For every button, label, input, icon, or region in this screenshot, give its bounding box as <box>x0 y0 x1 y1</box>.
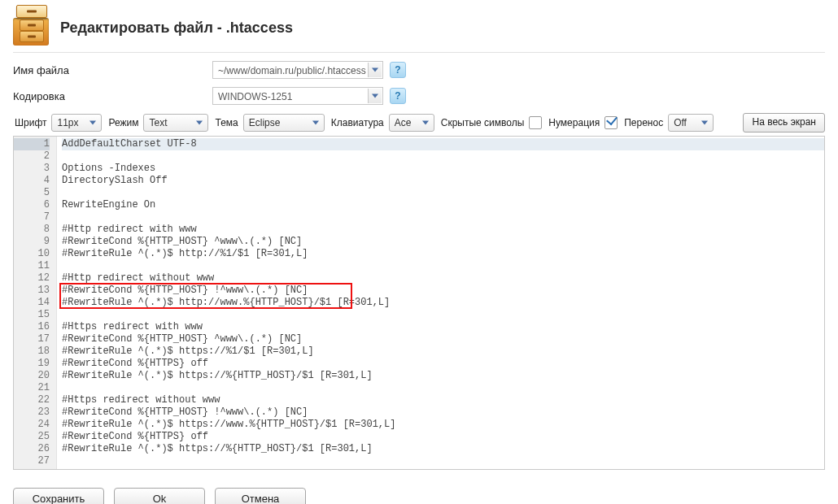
encoding-select[interactable]: WINDOWS-1251 <box>212 87 383 105</box>
code-line[interactable] <box>62 309 824 321</box>
mode-label: Режим <box>108 117 138 128</box>
code-line[interactable]: #RewriteRule ^(.*)$ https://%1/$1 [R=301… <box>62 345 824 358</box>
hidden-label: Скрытые символы <box>441 117 525 128</box>
code-line[interactable]: #RewriteCond %{HTTP_HOST} ^www\.(.*) [NC… <box>62 333 824 345</box>
save-button[interactable]: Сохранить <box>13 488 104 504</box>
code-area[interactable]: AddDefaultCharset UTF-8Options -IndexesD… <box>57 137 824 469</box>
page-title: Редактировать файл - .htaccess <box>60 20 293 37</box>
gutter-line: 10 <box>14 248 50 260</box>
filename-label: Имя файла <box>13 64 212 76</box>
code-line[interactable]: #Http redirect with www <box>62 224 824 236</box>
gutter-line: 8 <box>14 224 50 236</box>
dropdown-arrow-icon[interactable] <box>368 89 382 103</box>
gutter-line: 2 <box>14 150 50 163</box>
code-line[interactable]: Options -Indexes <box>62 163 824 175</box>
fullscreen-button[interactable]: На весь экран <box>743 113 825 133</box>
gutter-line: 6 <box>14 199 50 211</box>
gutter-line: 3 <box>14 163 50 175</box>
code-line[interactable]: DirectorySlash Off <box>62 175 824 187</box>
gutter-line: 25 <box>14 431 50 443</box>
code-line[interactable]: #Https redirect without www <box>62 394 824 406</box>
theme-label: Тема <box>215 117 238 128</box>
code-line[interactable]: #RewriteCond %{HTTPS} off <box>62 358 824 370</box>
font-select[interactable]: 11px <box>51 114 102 132</box>
keyboard-value: Ace <box>395 117 412 128</box>
gutter-line: 23 <box>14 406 50 419</box>
encoding-label: Кодировка <box>13 90 212 102</box>
help-icon[interactable]: ? <box>390 88 406 104</box>
dialog-buttons: Сохранить Ok Отмена <box>13 488 825 504</box>
code-line[interactable] <box>62 187 824 199</box>
code-line[interactable]: #RewriteCond %{HTTP_HOST} !^www\.(.*) [N… <box>62 285 824 297</box>
code-line[interactable] <box>62 211 824 224</box>
gutter-line: 19 <box>14 358 50 370</box>
gutter-line: 17 <box>14 333 50 345</box>
cabinet-icon <box>13 10 49 46</box>
code-line[interactable] <box>62 260 824 272</box>
line-gutter: 1234567891011121314151617181920212223242… <box>14 137 57 469</box>
gutter-line: 18 <box>14 345 50 358</box>
keyboard-select[interactable]: Ace <box>389 114 434 132</box>
code-line[interactable]: #Http redirect without www <box>62 272 824 285</box>
gutter-line: 12 <box>14 272 50 285</box>
gutter-line: 9 <box>14 236 50 248</box>
help-icon[interactable]: ? <box>390 62 406 78</box>
gutter-line: 5 <box>14 187 50 199</box>
gutter-line: 13 <box>14 285 50 297</box>
gutter-line: 16 <box>14 321 50 333</box>
cancel-button[interactable]: Отмена <box>215 488 306 504</box>
numbering-checkbox[interactable] <box>604 116 618 129</box>
mode-select[interactable]: Text <box>143 114 208 132</box>
gutter-line: 20 <box>14 370 50 382</box>
code-editor[interactable]: 1234567891011121314151617181920212223242… <box>14 137 824 469</box>
code-line[interactable]: AddDefaultCharset UTF-8 <box>62 138 824 150</box>
code-line[interactable]: RewriteEngine On <box>62 199 824 211</box>
gutter-line: 11 <box>14 260 50 272</box>
gutter-line: 26 <box>14 443 50 455</box>
ok-button[interactable]: Ok <box>114 488 205 504</box>
code-line[interactable] <box>62 455 824 467</box>
code-line[interactable]: #RewriteCond %{HTTP_HOST} ^www\.(.*) [NC… <box>62 236 824 248</box>
font-value: 11px <box>57 117 78 128</box>
gutter-line: 27 <box>14 455 50 467</box>
mode-value: Text <box>149 117 167 128</box>
code-line[interactable]: #RewriteRule ^(.*)$ https://%{HTTP_HOST}… <box>62 443 824 455</box>
code-line[interactable]: #RewriteRule ^(.*)$ https://www.%{HTTP_H… <box>62 419 824 431</box>
code-line[interactable]: #Https redirect with www <box>62 321 824 333</box>
header-bar: Редактировать файл - .htaccess <box>13 7 825 53</box>
wrap-value: Off <box>674 117 687 128</box>
numbering-label: Нумерация <box>548 117 600 128</box>
theme-select[interactable]: Eclipse <box>243 114 325 132</box>
filename-value: ~/www/domain.ru/public/.htaccess <box>218 65 366 76</box>
gutter-line: 4 <box>14 175 50 187</box>
filename-input[interactable]: ~/www/domain.ru/public/.htaccess <box>212 61 383 79</box>
gutter-line: 7 <box>14 211 50 224</box>
wrap-label: Перенос <box>624 117 663 128</box>
code-line[interactable] <box>62 382 824 394</box>
code-line[interactable]: #RewriteRule ^(.*)$ https://%{HTTP_HOST}… <box>62 370 824 382</box>
font-label: Шрифт <box>15 117 46 128</box>
gutter-line: 22 <box>14 394 50 406</box>
gutter-line: 24 <box>14 419 50 431</box>
code-line[interactable]: #RewriteRule ^(.*)$ http://%1/$1 [R=301,… <box>62 248 824 260</box>
gutter-line: 14 <box>14 297 50 309</box>
code-line[interactable]: #RewriteRule ^(.*)$ http://www.%{HTTP_HO… <box>62 297 824 309</box>
encoding-value: WINDOWS-1251 <box>218 91 292 102</box>
wrap-select[interactable]: Off <box>668 114 714 132</box>
code-line[interactable]: #RewriteCond %{HTTPS} off <box>62 431 824 443</box>
keyboard-label: Клавиатура <box>331 117 384 128</box>
gutter-line: 1 <box>14 138 50 150</box>
dropdown-arrow-icon[interactable] <box>368 63 382 77</box>
hidden-checkbox[interactable] <box>529 116 542 129</box>
editor-container: 1234567891011121314151617181920212223242… <box>13 136 825 470</box>
code-line[interactable] <box>62 150 824 163</box>
editor-toolbar: Шрифт 11px Режим Text Тема Eclipse Клави… <box>13 113 825 133</box>
theme-value: Eclipse <box>249 117 281 128</box>
gutter-line: 21 <box>14 382 50 394</box>
code-line[interactable]: #RewriteCond %{HTTP_HOST} !^www\.(.*) [N… <box>62 406 824 419</box>
gutter-line: 15 <box>14 309 50 321</box>
